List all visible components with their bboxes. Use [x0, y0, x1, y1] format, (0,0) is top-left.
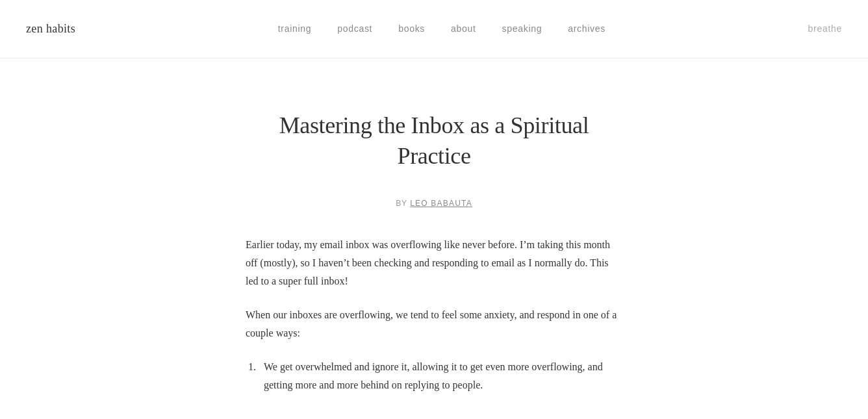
nav-archives[interactable]: archives	[568, 21, 606, 36]
paragraph-2: When our inboxes are overflowing, we ten…	[246, 306, 622, 342]
main-content: Mastering the Inbox as a Spiritual Pract…	[233, 58, 635, 419]
nav-about[interactable]: about	[451, 21, 476, 36]
main-nav: training podcast books about speaking ar…	[278, 21, 606, 36]
nav-training[interactable]: training	[278, 21, 312, 36]
nav-speaking[interactable]: speaking	[502, 21, 542, 36]
breathe-link[interactable]: breathe	[808, 21, 842, 36]
article-list: We get overwhelmed and ignore it, allowi…	[259, 358, 622, 394]
article-body: Earlier today, my email inbox was overfl…	[246, 236, 622, 394]
nav-books[interactable]: books	[398, 21, 425, 36]
list-item-1: We get overwhelmed and ignore it, allowi…	[259, 358, 622, 394]
article-title: Mastering the Inbox as a Spiritual Pract…	[246, 110, 622, 171]
nav-podcast[interactable]: podcast	[337, 21, 372, 36]
paragraph-1: Earlier today, my email inbox was overfl…	[246, 236, 622, 290]
author-link[interactable]: LEO BABAUTA	[410, 199, 472, 208]
byline-prefix: BY	[396, 199, 407, 208]
byline: BY LEO BABAUTA	[246, 197, 622, 210]
site-logo[interactable]: zen habits	[26, 19, 75, 38]
site-header: zen habits training podcast books about …	[0, 0, 868, 58]
